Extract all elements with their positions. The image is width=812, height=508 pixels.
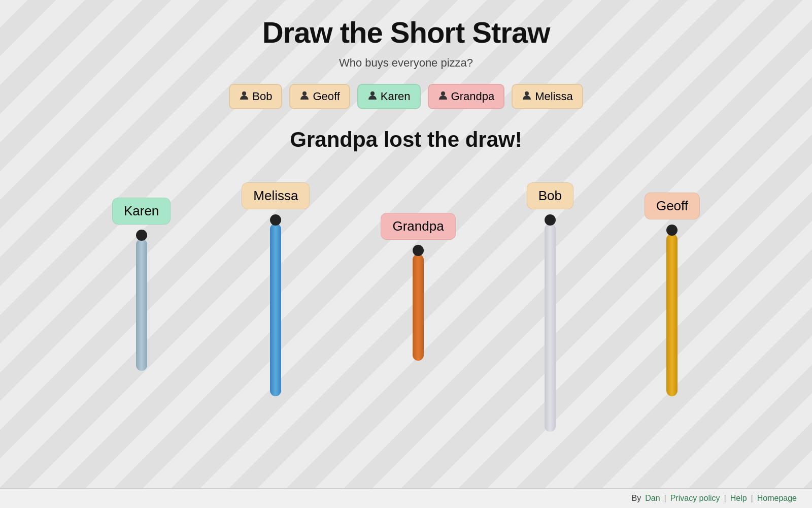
participant-label-geoff: Geoff <box>313 90 340 103</box>
subtitle: Who buys everyone pizza? <box>339 56 473 70</box>
straws-area: KarenMelissaGrandpaBobGeoff <box>0 182 812 432</box>
person-icon-melissa <box>522 90 532 103</box>
svg-point-1 <box>302 91 307 96</box>
straw-container-bob: Bob <box>527 182 573 432</box>
straw-top-karen <box>136 230 147 241</box>
participant-badge-geoff[interactable]: Geoff <box>289 84 350 109</box>
straw-top-bob <box>545 214 556 226</box>
straw-top-melissa <box>270 214 281 226</box>
person-icon-grandpa <box>438 90 448 103</box>
straw-container-grandpa: Grandpa <box>381 213 455 361</box>
straw-label-bob: Bob <box>527 182 573 209</box>
straw-body-melissa <box>270 224 281 396</box>
straw-label-melissa: Melissa <box>242 182 310 209</box>
participant-badge-grandpa[interactable]: Grandpa <box>428 84 505 109</box>
person-icon-karen <box>367 90 378 103</box>
straw-top-grandpa <box>413 245 424 256</box>
participant-label-bob: Bob <box>252 90 272 103</box>
participant-badge-karen[interactable]: Karen <box>357 84 421 109</box>
straw-body-grandpa <box>413 254 424 361</box>
straw-body-geoff <box>666 234 678 396</box>
straw-top-geoff <box>666 225 678 236</box>
participants-row: BobGeoffKarenGrandpaMelissa <box>229 84 583 109</box>
page-title: Draw the Short Straw <box>262 15 550 49</box>
participant-label-karen: Karen <box>381 90 411 103</box>
straw-label-geoff: Geoff <box>645 193 700 219</box>
svg-point-0 <box>242 91 246 96</box>
person-icon-bob <box>239 90 249 103</box>
svg-point-2 <box>370 91 375 96</box>
straw-label-grandpa: Grandpa <box>381 213 455 240</box>
participant-label-melissa: Melissa <box>535 90 573 103</box>
straw-container-karen: Karen <box>112 198 171 371</box>
svg-point-4 <box>525 91 529 96</box>
straw-body-karen <box>136 239 147 371</box>
participant-badge-melissa[interactable]: Melissa <box>512 84 583 109</box>
page-content: Draw the Short Straw Who buys everyone p… <box>0 0 812 508</box>
straw-label-karen: Karen <box>112 198 171 225</box>
result-text: Grandpa lost the draw! <box>290 128 522 152</box>
straw-body-bob <box>545 224 556 432</box>
person-icon-geoff <box>299 90 310 103</box>
participant-label-grandpa: Grandpa <box>451 90 495 103</box>
svg-point-3 <box>441 91 445 96</box>
straw-container-geoff: Geoff <box>645 193 700 396</box>
participant-badge-bob[interactable]: Bob <box>229 84 282 109</box>
straw-container-melissa: Melissa <box>242 182 310 396</box>
